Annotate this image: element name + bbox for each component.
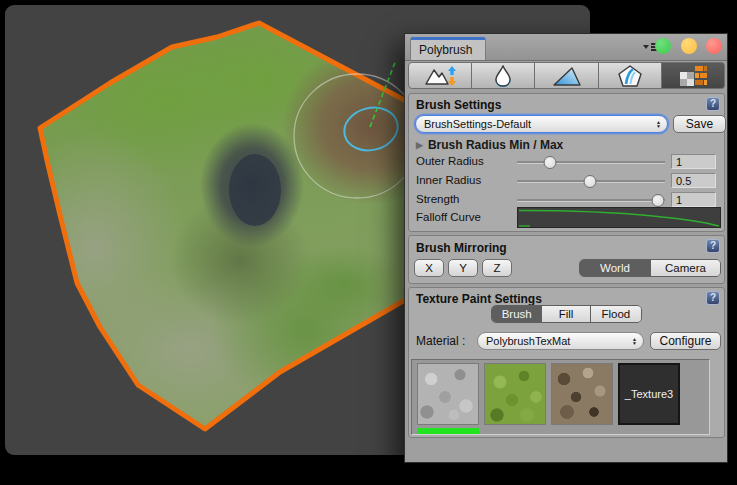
paint-mode-toggle: Brush Fill Flood bbox=[491, 305, 642, 323]
material-label: Material : bbox=[416, 334, 465, 348]
tool-smooth-button[interactable] bbox=[472, 62, 535, 89]
material-dropdown[interactable]: PolybrushTexMat ▲▼ bbox=[477, 332, 644, 350]
window-dot-red[interactable] bbox=[706, 38, 722, 54]
help-icon[interactable]: ? bbox=[706, 239, 720, 253]
window-dot-green[interactable] bbox=[655, 38, 671, 54]
space-camera-button[interactable]: Camera bbox=[650, 260, 720, 276]
polybrush-window: Polybrush bbox=[404, 33, 728, 463]
foldout-label: Brush Radius Min / Max bbox=[428, 138, 563, 152]
outer-radius-row: Outer Radius 1 bbox=[409, 154, 724, 170]
brush-settings-section: Brush Settings ? BrushSettings-Default ▲… bbox=[408, 93, 725, 232]
tool-prefab-button[interactable] bbox=[599, 62, 662, 89]
outer-radius-label: Outer Radius bbox=[416, 155, 484, 167]
texture-paint-title: Texture Paint Settings bbox=[416, 292, 542, 306]
tab-polybrush[interactable]: Polybrush bbox=[410, 37, 486, 60]
brush-settings-title: Brush Settings bbox=[416, 98, 501, 112]
brush-mirroring-section: Brush Mirroring ? X Y Z World Camera bbox=[408, 235, 725, 284]
help-icon[interactable]: ? bbox=[706, 97, 720, 111]
tool-paint-button[interactable] bbox=[535, 62, 598, 89]
popup-arrows-icon: ▲▼ bbox=[656, 120, 661, 128]
mirror-space-toggle: World Camera bbox=[579, 259, 721, 277]
paint-triangle-icon bbox=[552, 65, 582, 87]
mode-flood-button[interactable]: Flood bbox=[590, 306, 641, 322]
falloff-curve-label: Falloff Curve bbox=[416, 211, 481, 223]
mirror-z-button[interactable]: Z bbox=[482, 259, 512, 277]
slider-knob[interactable] bbox=[583, 175, 596, 188]
strength-value[interactable]: 1 bbox=[671, 192, 716, 207]
mirror-x-button[interactable]: X bbox=[414, 259, 444, 277]
prefab-pentagon-icon bbox=[617, 64, 643, 88]
texture-tile-rock[interactable] bbox=[417, 363, 479, 425]
mode-toolbar bbox=[408, 62, 725, 89]
brush-radius-foldout[interactable]: ▶ Brush Radius Min / Max bbox=[416, 138, 563, 152]
texture-tile-dirt[interactable] bbox=[551, 363, 613, 425]
slider-knob[interactable] bbox=[651, 194, 664, 207]
screenshot-root: Polybrush bbox=[0, 0, 737, 485]
outer-radius-value[interactable]: 1 bbox=[671, 154, 716, 169]
save-button[interactable]: Save bbox=[673, 115, 726, 133]
texture-bricks-icon bbox=[678, 64, 708, 88]
brush-preset-value: BrushSettings-Default bbox=[424, 118, 656, 130]
mode-brush-button[interactable]: Brush bbox=[492, 306, 541, 322]
texture-paint-section: Texture Paint Settings ? Brush Fill Floo… bbox=[408, 287, 725, 438]
popup-arrows-icon: ▲▼ bbox=[632, 337, 637, 345]
texture-tile-empty[interactable]: _Texture3 bbox=[618, 363, 680, 425]
strength-row: Strength 1 bbox=[409, 192, 724, 208]
inner-radius-label: Inner Radius bbox=[416, 174, 481, 186]
slider-knob[interactable] bbox=[543, 156, 556, 169]
strength-label: Strength bbox=[416, 193, 459, 205]
smooth-droplet-icon bbox=[491, 65, 515, 87]
inner-radius-slider[interactable] bbox=[517, 180, 665, 183]
inner-radius-row: Inner Radius 0.5 bbox=[409, 173, 724, 189]
mode-fill-button[interactable]: Fill bbox=[541, 306, 589, 322]
texture-palette: _Texture3 bbox=[411, 359, 710, 435]
falloff-curve-graph bbox=[518, 208, 720, 227]
tool-sculpt-button[interactable] bbox=[408, 62, 472, 89]
sculpt-mountain-icon bbox=[423, 65, 457, 87]
mirror-y-button[interactable]: Y bbox=[448, 259, 478, 277]
configure-button[interactable]: Configure bbox=[650, 332, 721, 350]
tool-texture-button[interactable] bbox=[662, 62, 725, 89]
window-dot-yellow[interactable] bbox=[681, 38, 697, 54]
brush-preset-dropdown[interactable]: BrushSettings-Default ▲▼ bbox=[415, 115, 668, 133]
empty-texture-label: _Texture3 bbox=[625, 388, 673, 400]
space-world-button[interactable]: World bbox=[580, 260, 650, 276]
help-icon[interactable]: ? bbox=[706, 291, 720, 305]
outer-radius-slider[interactable] bbox=[517, 161, 665, 164]
window-titlebar: Polybrush bbox=[405, 34, 727, 61]
texture-tile-grass[interactable] bbox=[484, 363, 546, 425]
selected-texture-bar bbox=[417, 428, 479, 434]
foldout-arrow-icon: ▶ bbox=[416, 140, 423, 150]
strength-slider[interactable] bbox=[517, 199, 665, 202]
brush-mirroring-title: Brush Mirroring bbox=[416, 241, 507, 255]
material-value: PolybrushTexMat bbox=[486, 335, 632, 347]
falloff-curve-field[interactable] bbox=[517, 207, 721, 228]
inner-radius-value[interactable]: 0.5 bbox=[671, 173, 716, 188]
